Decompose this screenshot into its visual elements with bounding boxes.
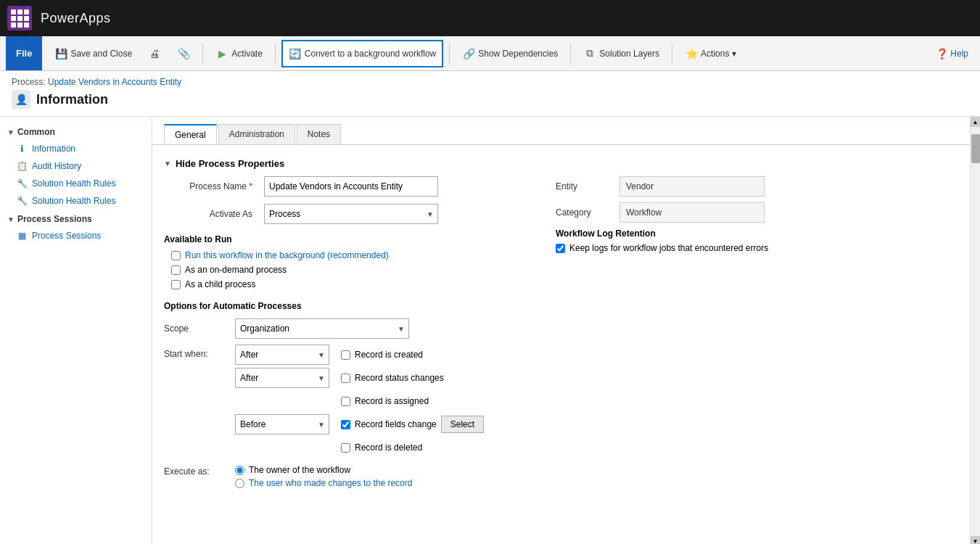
form-two-col: Process Name * Activate As Process ▼ <box>164 176 958 488</box>
tab-notes[interactable]: Notes <box>297 124 341 144</box>
child-process-checkbox[interactable] <box>171 280 181 289</box>
sidebar-item-solution-health-2[interactable]: 🔧 Solution Health Rules <box>0 192 152 210</box>
save-close-button[interactable]: 💾 Save and Close <box>48 40 139 67</box>
page-title: Information <box>36 92 108 107</box>
form-left: Process Name * Activate As Process ▼ <box>164 176 527 488</box>
start-when-selects: After ▼ After ▼ <box>235 345 329 458</box>
sidebar-item-information[interactable]: ℹ Information <box>0 140 152 157</box>
sidebar-process-sessions-header[interactable]: ▼ Process Sessions <box>0 210 152 227</box>
sidebar-item-solution-health-1[interactable]: 🔧 Solution Health Rules <box>0 175 152 192</box>
start-when-label: Start when: <box>164 345 229 359</box>
scroll-thumb <box>971 134 980 163</box>
print-button[interactable]: 🖨 <box>141 40 168 67</box>
tab-general[interactable]: General <box>164 124 217 144</box>
waffle-grid <box>11 9 29 28</box>
record-assigned-checkbox[interactable] <box>341 397 350 406</box>
sidebar-item-audit-history[interactable]: 📋 Audit History <box>0 157 152 175</box>
record-status-checkbox[interactable] <box>341 374 350 383</box>
activate-icon: ▶ <box>215 47 228 60</box>
health-icon-2: 🔧 <box>16 195 28 207</box>
execute-owner-row: The owner of the workflow <box>235 465 412 475</box>
execute-user-radio[interactable] <box>235 479 244 488</box>
ribbon: File 💾 Save and Close 🖨 📎 ▶ Activate 🔄 C… <box>0 36 980 71</box>
process-sessions-icon: ▦ <box>16 230 28 242</box>
actions-button[interactable]: ⭐ Actions ▾ <box>678 40 743 67</box>
actions-icon: ⭐ <box>685 47 698 60</box>
available-to-run-title: Available to Run <box>164 231 527 250</box>
start-when-select-2[interactable]: After <box>235 368 329 388</box>
execute-user-label: The user who made changes to the record <box>249 478 412 488</box>
page-title-row: 👤 Information <box>12 87 968 113</box>
information-icon: ℹ <box>16 143 28 154</box>
breadcrumb: Process: Update Vendors in Accounts Enti… <box>12 77 968 87</box>
category-value: Workflow <box>619 202 765 223</box>
scope-select[interactable]: Organization <box>235 318 409 339</box>
app-title: PowerApps <box>41 11 111 26</box>
section-arrow: ▼ <box>164 160 171 168</box>
record-fields-checkbox[interactable] <box>341 420 350 429</box>
record-assigned-label: Record is assigned <box>355 396 429 406</box>
ribbon-separator-5 <box>672 43 672 65</box>
select-button[interactable]: Select <box>441 416 484 433</box>
entity-value: Vendor <box>619 176 765 197</box>
record-fields-row: Record fields change Select <box>341 414 484 434</box>
sidebar-common-header[interactable]: ▼ Common <box>0 123 152 140</box>
waffle-menu[interactable] <box>7 6 32 30</box>
record-created-label: Record is created <box>355 350 423 360</box>
breadcrumb-prefix: Process: <box>12 77 46 87</box>
scope-label: Scope <box>164 323 229 334</box>
ribbon-separator-2 <box>275 43 276 65</box>
scope-row: Scope Organization ▼ <box>164 318 527 339</box>
entity-label: Entity <box>556 181 614 191</box>
sidebar-item-process-sessions[interactable]: ▦ Process Sessions <box>0 227 152 244</box>
attach-button[interactable]: 📎 <box>170 40 197 67</box>
options-section: Options for Automatic Processes Scope Or… <box>164 301 527 488</box>
scroll-up-button[interactable]: ▲ <box>971 117 981 127</box>
content-area: General Administration Notes ▼ Hide Proc… <box>152 117 970 544</box>
run-background-checkbox[interactable] <box>171 251 181 260</box>
convert-background-button[interactable]: 🔄 Convert to a background workflow <box>281 40 443 67</box>
record-status-label: Record status changes <box>355 373 444 383</box>
record-created-row: Record is created <box>341 345 484 365</box>
print-icon: 🖨 <box>148 47 161 60</box>
start-when-select-3[interactable]: Before <box>235 414 329 434</box>
execute-user-row: The user who made changes to the record <box>235 478 412 488</box>
tab-administration[interactable]: Administration <box>218 124 295 144</box>
scroll-down-button[interactable]: ▼ <box>971 536 981 544</box>
start-when-select-1-wrap: After ▼ <box>235 345 329 365</box>
page-icon: 👤 <box>12 90 30 109</box>
record-created-checkbox[interactable] <box>341 350 350 360</box>
activate-button[interactable]: ▶ Activate <box>209 40 269 67</box>
record-deleted-checkbox[interactable] <box>341 443 350 453</box>
execute-owner-label: The owner of the workflow <box>249 465 350 475</box>
activate-as-select[interactable]: Process <box>264 204 438 224</box>
help-button[interactable]: ❓ Help <box>930 45 974 62</box>
solution-layers-button[interactable]: ⧉ Solution Layers <box>577 40 666 67</box>
help-icon: ❓ <box>936 48 948 59</box>
category-label: Category <box>556 207 614 218</box>
scope-select-wrap: Organization ▼ <box>235 318 409 339</box>
process-name-input[interactable] <box>264 176 438 197</box>
breadcrumb-link[interactable]: Update Vendors in Accounts Entity <box>48 77 181 87</box>
tabs-row: General Administration Notes <box>152 117 970 145</box>
category-row: Category Workflow <box>556 202 958 223</box>
hide-process-properties-header[interactable]: ▼ Hide Process Properties <box>164 154 958 176</box>
process-sessions-arrow: ▼ <box>7 215 15 223</box>
start-when-select-1[interactable]: After <box>235 345 329 365</box>
execute-as-options: The owner of the workflow The user who m… <box>235 465 412 488</box>
execute-owner-radio[interactable] <box>235 466 244 475</box>
options-title: Options for Automatic Processes <box>164 301 527 311</box>
file-button[interactable]: File <box>6 36 42 70</box>
keep-logs-checkbox[interactable] <box>556 244 565 253</box>
on-demand-checkbox[interactable] <box>171 265 181 275</box>
child-process-row: As a child process <box>164 279 527 289</box>
attach-icon: 📎 <box>177 47 190 60</box>
activate-as-select-wrap: Process ▼ <box>264 204 438 224</box>
dependencies-icon: 🔗 <box>462 47 475 60</box>
convert-icon: 🔄 <box>289 47 302 60</box>
activate-as-label: Activate As <box>164 209 258 219</box>
child-process-label: As a child process <box>185 279 255 289</box>
process-name-label: Process Name * <box>164 181 258 191</box>
show-dependencies-button[interactable]: 🔗 Show Dependencies <box>456 40 564 67</box>
start-when-select-2-wrap: After ▼ <box>235 368 329 388</box>
